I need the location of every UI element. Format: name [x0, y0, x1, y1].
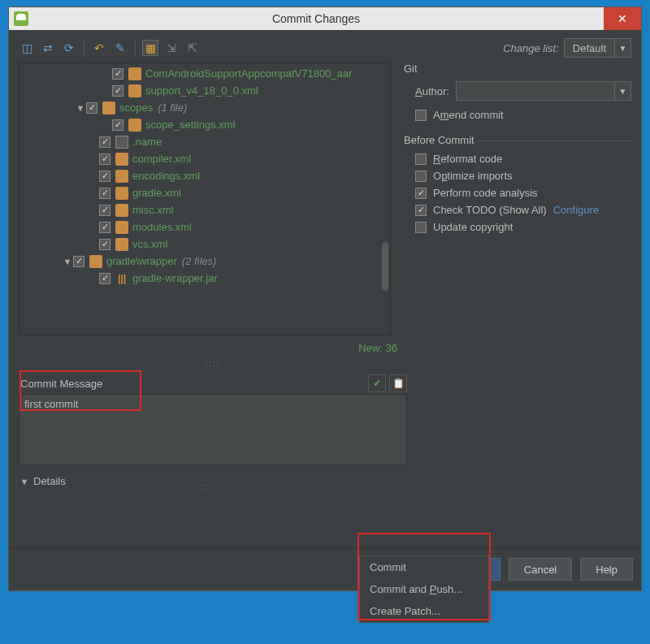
- amend-checkbox[interactable]: [415, 110, 427, 121]
- details-toggle[interactable]: ▼ Details: [19, 470, 631, 492]
- file-checkbox[interactable]: [99, 136, 110, 148]
- window-title: Commit Changes: [28, 12, 604, 25]
- tree-row[interactable]: .name: [20, 133, 390, 150]
- rollback-icon[interactable]: ↶: [91, 40, 107, 56]
- tree-row[interactable]: modules.xml: [20, 218, 390, 236]
- tree-row[interactable]: ▼scopes(1 file): [20, 99, 390, 116]
- file-name: modules.xml: [132, 221, 192, 233]
- tree-row[interactable]: scope_settings.xml: [20, 116, 390, 133]
- move-icon[interactable]: ⇄: [40, 40, 56, 56]
- file-name: ComAndroidSupportAppcompatV71800_aar: [145, 67, 352, 80]
- file-icon: [128, 67, 141, 80]
- file-checkbox[interactable]: [86, 102, 98, 114]
- author-input[interactable]: ▼: [456, 81, 631, 101]
- file-checkbox[interactable]: [99, 239, 110, 250]
- help-button[interactable]: Help: [580, 558, 633, 581]
- file-name: gradle\wrapper: [106, 255, 177, 267]
- titlebar[interactable]: Commit Changes ✕: [9, 7, 641, 30]
- file-checkbox[interactable]: [112, 68, 124, 80]
- cancel-button[interactable]: Cancel: [509, 558, 572, 581]
- todo-checkbox[interactable]: [415, 205, 427, 216]
- history-icon[interactable]: 📋: [389, 374, 407, 392]
- git-section-title: Git: [404, 63, 631, 75]
- commit-dropdown-menu: Commit Commit and Push... Create Patch..…: [359, 555, 489, 623]
- file-name: gradle-wrapper.jar: [132, 272, 218, 284]
- file-name: vcs.xml: [132, 238, 167, 250]
- tree-row[interactable]: vcs.xml: [20, 236, 390, 253]
- folder-icon: [102, 102, 115, 115]
- file-checkbox[interactable]: [99, 222, 110, 233]
- amend-label: Amend commit: [433, 109, 504, 121]
- analysis-label: Perform code analysis: [433, 187, 538, 199]
- analysis-checkbox[interactable]: [415, 188, 427, 199]
- group-icon[interactable]: ▦: [142, 40, 158, 56]
- file-name: compiler.xml: [132, 153, 191, 165]
- file-name: scope_settings.xml: [145, 119, 236, 131]
- xml-icon: [115, 170, 128, 183]
- chevron-down-icon[interactable]: ▼: [614, 82, 630, 100]
- file-checkbox[interactable]: [99, 171, 110, 182]
- doc-icon: [115, 136, 128, 149]
- file-checkbox[interactable]: [73, 256, 84, 267]
- file-name: support_v4_18_0_0.xml: [145, 84, 258, 97]
- file-name: gradle.xml: [132, 187, 181, 199]
- reformat-label: Reformat code: [433, 153, 502, 165]
- tree-row[interactable]: ▼gradle\wrapper(2 files): [20, 253, 390, 270]
- tree-row[interactable]: ComAndroidSupportAppcompatV71800_aar: [20, 65, 390, 82]
- options-panel: Git Author: ▼ Amend commit Before Commit…: [404, 63, 631, 335]
- commit-dialog: Commit Changes ✕ ◫ ⇄ ⟳ ↶ ✎ ▦ ⇲ ⇱ Change …: [8, 6, 642, 591]
- button-bar: Commit ▼ Cancel Help: [9, 547, 641, 590]
- xml-icon: [115, 153, 128, 166]
- chevron-down-icon[interactable]: ▼: [614, 39, 630, 57]
- spellcheck-icon[interactable]: ✔: [368, 374, 386, 392]
- tree-row[interactable]: |||gradle-wrapper.jar: [20, 270, 390, 287]
- reformat-checkbox[interactable]: [415, 153, 427, 165]
- file-checkbox[interactable]: [112, 119, 124, 131]
- tree-row[interactable]: compiler.xml: [20, 150, 390, 167]
- file-checkbox[interactable]: [99, 273, 110, 284]
- tree-row[interactable]: encodings.xml: [20, 167, 390, 184]
- close-button[interactable]: ✕: [604, 7, 641, 30]
- optimize-checkbox[interactable]: [415, 171, 427, 182]
- file-checkbox[interactable]: [99, 188, 110, 199]
- menu-create-patch[interactable]: Create Patch...: [360, 600, 488, 622]
- diff-icon[interactable]: ◫: [19, 40, 35, 56]
- edit-icon[interactable]: ✎: [112, 40, 128, 56]
- file-checkbox[interactable]: [99, 205, 110, 216]
- file-name: encodings.xml: [132, 170, 200, 182]
- file-checkbox[interactable]: [112, 85, 124, 97]
- drag-handle[interactable]: ::::: [19, 359, 407, 368]
- commit-message-input[interactable]: [19, 394, 407, 465]
- menu-commit-push[interactable]: Commit and Push...: [360, 578, 488, 600]
- file-icon: [128, 119, 141, 132]
- folder-icon: [89, 255, 102, 268]
- expand-icon[interactable]: ⇲: [163, 40, 180, 56]
- drag-handle-2[interactable]: ::::: [181, 482, 230, 491]
- refresh-icon[interactable]: ⟳: [61, 40, 77, 56]
- collapse-icon[interactable]: ⇱: [184, 40, 201, 56]
- copyright-checkbox[interactable]: [415, 222, 427, 233]
- xml-icon: [115, 238, 128, 251]
- xml-icon: [115, 204, 128, 217]
- expand-arrow[interactable]: ▼: [62, 257, 73, 266]
- file-name: .name: [132, 136, 162, 148]
- scrollbar[interactable]: [382, 242, 388, 291]
- before-commit-title: Before Commit: [404, 134, 631, 146]
- file-name: scopes: [119, 102, 153, 114]
- file-count: (1 file): [158, 102, 187, 114]
- optimize-label: Optimize imports: [433, 170, 513, 182]
- todo-label: Check TODO (Show All): [433, 204, 547, 216]
- file-checkbox[interactable]: [99, 153, 110, 165]
- changelist-combo[interactable]: Default ▼: [564, 38, 631, 58]
- file-name: misc.xml: [132, 204, 174, 216]
- file-tree[interactable]: ComAndroidSupportAppcompatV71800_aarsupp…: [19, 63, 391, 335]
- tree-row[interactable]: support_v4_18_0_0.xml: [20, 82, 390, 99]
- tree-row[interactable]: gradle.xml: [20, 184, 390, 201]
- expand-arrow[interactable]: ▼: [75, 103, 86, 113]
- tree-row[interactable]: misc.xml: [20, 201, 390, 218]
- copyright-label: Update copyright: [433, 221, 513, 233]
- file-count: (2 files): [182, 255, 217, 267]
- menu-commit[interactable]: Commit: [360, 556, 488, 578]
- configure-link[interactable]: Configure: [553, 204, 599, 216]
- jar-icon: |||: [115, 272, 128, 285]
